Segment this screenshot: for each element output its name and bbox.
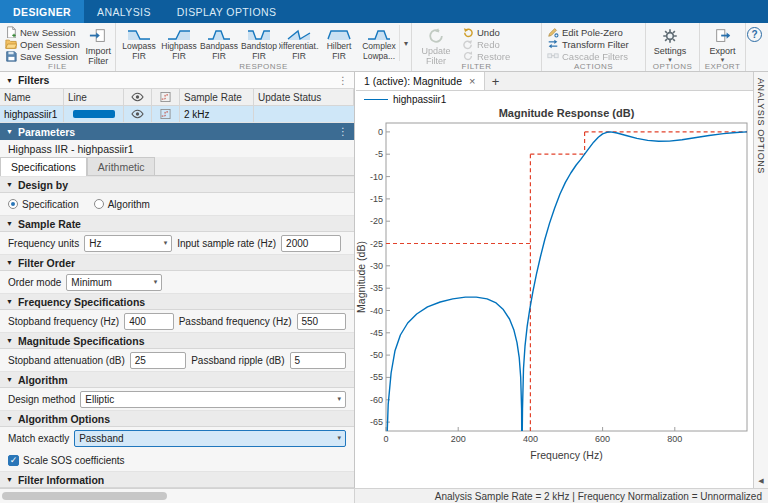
algorithm-radio[interactable]: Algorithm: [94, 199, 150, 210]
transform-filter-icon: [547, 38, 559, 50]
transform-filter-button[interactable]: Transform Filter: [545, 38, 631, 50]
filter-row-highpassiir1[interactable]: highpassiir12 kHz: [0, 106, 354, 123]
order-mode-label: Order mode: [8, 277, 61, 288]
specification-radio[interactable]: Specification: [8, 199, 79, 210]
figure-tab-magnitude[interactable]: 1 (active): Magnitude ×: [356, 72, 485, 90]
column-sample-rate: Sample Rate: [180, 89, 254, 105]
gallery-dropdown-icon[interactable]: ▾: [399, 25, 412, 61]
design-panel: ▼ Filters ⋮ NameLineSample RateUpdate St…: [0, 72, 355, 488]
export-icon: [714, 27, 732, 45]
update-filter-icon: [427, 27, 445, 45]
section-header-algorithm-options[interactable]: ▼Algorithm Options: [0, 410, 354, 427]
gallery-item-differentiat-fir[interactable]: Differentiat...FIR: [279, 25, 319, 61]
ribbon-section-file: New SessionOpen SessionSave SessionImpor…: [0, 23, 116, 71]
open-session-button[interactable]: Open Session: [3, 38, 82, 50]
collapse-triangle-icon: ▼: [6, 337, 13, 344]
cascade-filters-button[interactable]: Cascade Filters: [545, 50, 631, 62]
parameters-section-header[interactable]: ▼ Parameters ⋮: [0, 123, 354, 140]
redo-button[interactable]: Redo: [460, 38, 512, 50]
frequency-units-label: Frequency units: [8, 238, 79, 249]
new-session-button[interactable]: New Session: [3, 26, 82, 38]
horizontal-scrollbar[interactable]: [0, 489, 355, 503]
match-exactly-select[interactable]: Passband▾: [74, 430, 346, 447]
figure-tab-label: 1 (active): Magnitude: [364, 75, 462, 87]
tab-specifications[interactable]: Specifications: [0, 157, 87, 176]
tab-arithmetic[interactable]: Arithmetic: [87, 157, 156, 175]
legend-line-sample: [364, 99, 388, 100]
chevron-down-icon: ▾: [164, 239, 168, 247]
undo-button[interactable]: Undo: [460, 26, 512, 38]
column-name: Name: [0, 89, 64, 105]
figure-tab-bar: 1 (active): Magnitude × +: [356, 72, 753, 91]
eye-icon[interactable]: [124, 106, 152, 122]
svg-text:0: 0: [378, 127, 383, 137]
ribbon-tab-designer[interactable]: DESIGNER: [0, 0, 84, 23]
gallery-item-bandpass-fir[interactable]: BandpassFIR: [199, 25, 239, 61]
filters-title: Filters: [18, 74, 50, 86]
svg-text:-65: -65: [370, 417, 383, 427]
redo-icon: [462, 38, 474, 50]
svg-text:-15: -15: [370, 194, 383, 204]
update-status-cell: [254, 106, 354, 122]
svg-text:-35: -35: [370, 283, 383, 293]
parameters-menu-icon[interactable]: ⋮: [338, 126, 348, 137]
close-tab-icon[interactable]: ×: [469, 75, 475, 87]
stopband-frequency-field[interactable]: 400: [124, 313, 173, 330]
mask-icon[interactable]: [152, 106, 180, 122]
ribbon-tab-analysis[interactable]: ANALYSIS: [84, 0, 164, 23]
gallery-item-complex-lowpa[interactable]: ComplexLowpa...: [359, 25, 399, 61]
section-header-filter-information[interactable]: ▼Filter Information: [0, 471, 354, 488]
section-header-sample-rate[interactable]: ▼Sample Rate: [0, 215, 354, 232]
chevron-down-icon: ▾: [154, 278, 158, 286]
new-figure-tab-button[interactable]: +: [485, 72, 507, 90]
ribbon-tab-bar: DESIGNERANALYSISDISPLAY OPTIONS: [0, 0, 768, 23]
stopband-attenuation-db-label: Stopband attenuation (dB): [8, 355, 125, 366]
collapse-strip-icon[interactable]: ◀: [758, 477, 763, 485]
complex-lowpass-icon: [367, 27, 391, 42]
svg-text:-30: -30: [370, 261, 383, 271]
input-sample-rate-field[interactable]: 2000: [281, 235, 341, 252]
gallery-item-hilbert-fir[interactable]: HilbertFIR: [319, 25, 359, 61]
passband-frequency-field[interactable]: 550: [297, 313, 346, 330]
ribbon-tab-display-options[interactable]: DISPLAY OPTIONS: [164, 0, 290, 23]
import-filter-button[interactable]: ImportFilter: [85, 25, 112, 61]
gallery-item-bandstop-fir[interactable]: BandstopFIR: [239, 25, 279, 61]
gallery-item-lowpass-fir[interactable]: LowpassFIR: [119, 25, 159, 61]
filter-line-cell: [64, 106, 124, 122]
restore-icon: [462, 50, 474, 62]
design-method-label: Design method: [8, 394, 75, 405]
restore-button[interactable]: Restore: [460, 50, 512, 62]
edit-pole-zero-button[interactable]: Edit Pole-Zero: [545, 26, 631, 38]
gallery-item-highpass-fir[interactable]: HighpassFIR: [159, 25, 199, 61]
checkbox-icon: ✓: [8, 455, 19, 466]
filters-menu-icon[interactable]: ⋮: [338, 75, 348, 86]
filters-section-header[interactable]: ▼ Filters ⋮: [0, 72, 354, 89]
stopband-frequency-hz-label: Stopband frequency (Hz): [8, 316, 119, 327]
settings-button[interactable]: Settings▾: [649, 25, 691, 61]
design-method-select[interactable]: Elliptic▾: [80, 391, 346, 408]
scrollbar-thumb[interactable]: [2, 492, 167, 500]
section-header-filter-order[interactable]: ▼Filter Order: [0, 254, 354, 271]
status-bar: Analysis Sample Rate = 2 kHz | Frequency…: [0, 488, 768, 503]
plot-legend: highpassiir1: [356, 91, 753, 107]
help-button[interactable]: ?: [747, 27, 762, 42]
frequency-units-select[interactable]: Hz▾: [84, 235, 172, 252]
save-session-icon: [5, 50, 17, 62]
line-color-swatch: [73, 110, 115, 118]
passband-ripple-field[interactable]: 5: [290, 352, 346, 369]
filter-description: Highpass IIR - highpassiir1: [0, 140, 354, 157]
section-header-magnitude-specifications[interactable]: ▼Magnitude Specifications: [0, 332, 354, 349]
order-mode-select[interactable]: Minimum▾: [66, 274, 162, 291]
scale-sos-checkbox[interactable]: ✓Scale SOS coefficients: [8, 455, 125, 466]
section-header-frequency-specifications[interactable]: ▼Frequency Specifications: [0, 293, 354, 310]
export-button[interactable]: Export▾: [703, 25, 742, 61]
section-header-design-by[interactable]: ▼Design by: [0, 176, 354, 193]
update-filter-button[interactable]: UpdateFilter: [415, 25, 457, 61]
svg-text:Magnitude (dB): Magnitude (dB): [356, 241, 367, 313]
stopband-attenuation-field[interactable]: 25: [130, 352, 186, 369]
svg-text:-50: -50: [370, 350, 383, 360]
collapse-triangle-icon: ▼: [6, 376, 13, 383]
section-header-algorithm[interactable]: ▼Algorithm: [0, 371, 354, 388]
save-session-button[interactable]: Save Session: [3, 50, 82, 62]
analysis-options-strip[interactable]: ANALYSIS OPTIONS ◀: [753, 72, 768, 488]
